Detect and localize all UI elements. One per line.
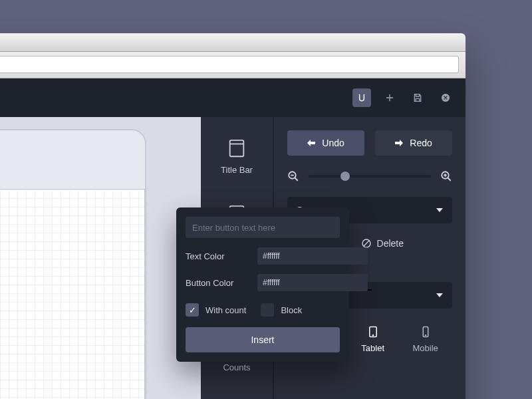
text-color-field[interactable] xyxy=(257,247,368,265)
button-color-field[interactable] xyxy=(257,274,368,291)
with-count-label: With count xyxy=(205,305,246,315)
redo-button[interactable]: Redo xyxy=(375,130,452,156)
svg-rect-1 xyxy=(230,140,244,156)
zoom-in-icon[interactable] xyxy=(440,170,452,182)
chevron-down-icon xyxy=(436,293,443,297)
component-title-bar[interactable]: Title Bar xyxy=(206,129,267,183)
button-color-label: Button Color xyxy=(186,278,244,288)
layout-tablet[interactable]: Tablet xyxy=(361,326,384,353)
arrow-right-icon xyxy=(395,140,403,146)
redo-label: Redo xyxy=(410,138,432,148)
svg-line-12 xyxy=(448,178,451,181)
button-editor-popover: Text Color Button Color ✓ With count ✓ B… xyxy=(176,207,349,362)
block-checkbox[interactable]: ✓ xyxy=(261,303,274,317)
insert-label: Insert xyxy=(251,334,274,345)
component-label: Title Bar xyxy=(221,165,253,175)
delete-label: Delete xyxy=(377,238,404,249)
tablet-icon xyxy=(366,326,380,338)
layout-mobile[interactable]: Mobile xyxy=(412,326,438,353)
delete-button[interactable]: Delete xyxy=(361,238,404,249)
browser-url-field[interactable] xyxy=(0,56,459,73)
device-screen[interactable] xyxy=(0,189,145,399)
button-text-input[interactable] xyxy=(186,217,340,238)
close-icon[interactable] xyxy=(436,88,455,107)
chevron-down-icon xyxy=(436,208,443,212)
undo-button[interactable]: Undo xyxy=(287,130,364,156)
zoom-out-icon[interactable] xyxy=(287,170,299,182)
svg-line-16 xyxy=(364,241,369,246)
insert-button[interactable]: Insert xyxy=(186,327,340,352)
browser-toolbar xyxy=(0,52,466,78)
svg-point-20 xyxy=(372,335,373,336)
save-icon[interactable] xyxy=(408,88,427,107)
add-icon[interactable] xyxy=(380,88,399,107)
layout-label: Mobile xyxy=(412,343,438,353)
undo-label: Undo xyxy=(322,138,344,148)
svg-line-9 xyxy=(295,178,298,181)
with-count-checkbox[interactable]: ✓ xyxy=(186,303,199,317)
arrow-left-icon xyxy=(307,140,315,146)
zoom-slider[interactable] xyxy=(309,175,431,178)
svg-point-22 xyxy=(425,335,426,336)
text-color-label: Text Color xyxy=(186,251,244,261)
logo-icon[interactable] xyxy=(352,88,371,107)
component-label: Counts xyxy=(223,362,250,372)
zoom-slider-thumb[interactable] xyxy=(340,172,350,181)
mac-titlebar xyxy=(0,33,466,52)
app-header xyxy=(0,78,466,117)
block-label: Block xyxy=(281,305,302,315)
canvas xyxy=(0,117,201,399)
mobile-icon xyxy=(418,326,433,338)
layout-label: Tablet xyxy=(361,343,384,353)
